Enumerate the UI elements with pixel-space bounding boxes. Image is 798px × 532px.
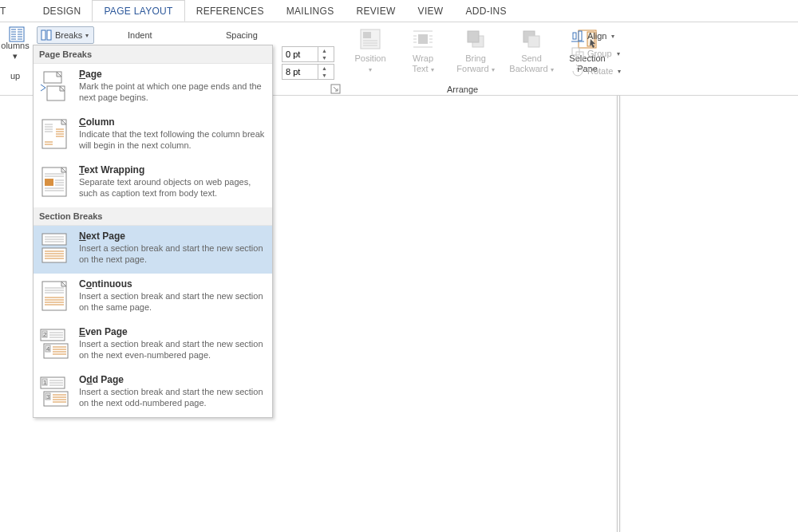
svg-rect-31 — [528, 36, 539, 47]
column-break-icon — [39, 116, 71, 153]
svg-rect-65 — [42, 248, 66, 262]
menu-item-desc: Insert a section break and start the new… — [79, 242, 267, 265]
align-label: Align — [587, 31, 606, 41]
chevron-down-icon: ▾ — [85, 32, 89, 39]
svg-rect-29 — [468, 31, 479, 42]
menu-item-odd-page[interactable]: 1 3 Odd Page Insert a section break and … — [34, 369, 272, 417]
bring-forward-label-2: Forward — [456, 64, 488, 73]
wrap-text-label-1: Wrap — [413, 53, 433, 63]
align-button[interactable]: Align ▾ — [568, 27, 624, 45]
columns-label-2: up — [0, 71, 30, 81]
rotate-icon — [571, 65, 584, 77]
menu-item-desc: Separate text around objects on web page… — [79, 176, 267, 199]
chevron-down-icon: ▾ — [611, 33, 614, 40]
svg-text:2: 2 — [43, 331, 47, 338]
rotate-label: Rotate — [587, 66, 613, 76]
group-icon — [571, 47, 584, 60]
indent-label: Indent — [128, 30, 152, 41]
rotate-button[interactable]: Rotate ▾ — [568, 62, 624, 80]
bring-forward-button[interactable]: BringForward ▾ — [453, 26, 498, 75]
spacing-before-spinner[interactable]: ▲▼ — [282, 46, 334, 62]
wrap-text-label-2: Text — [412, 64, 428, 73]
send-backward-button[interactable]: SendBackward ▾ — [506, 26, 557, 75]
menu-item-next-page[interactable]: Next Page Insert a section break and sta… — [34, 226, 272, 274]
menu-item-desc: Insert a section break and start the new… — [79, 290, 267, 313]
menu-item-desc: Mark the point at which one page ends an… — [79, 81, 267, 103]
page-break-icon — [39, 69, 71, 105]
bring-forward-label-1: Bring — [465, 53, 486, 63]
position-label: Position — [354, 53, 385, 63]
menu-item-continuous[interactable]: Continuous Insert a section break and st… — [34, 274, 272, 321]
svg-text:3: 3 — [46, 393, 50, 400]
menu-item-desc: Insert a section break and start the new… — [79, 338, 267, 361]
tab-page-layout[interactable]: PAGE LAYOUT — [92, 0, 184, 22]
arrange-group-label: Arrange — [447, 85, 478, 94]
spinner-up-icon[interactable]: ▲ — [318, 47, 330, 54]
text-wrapping-break-icon — [39, 164, 71, 201]
columns-icon — [9, 26, 22, 39]
bring-forward-icon — [463, 26, 488, 52]
spacing-controls: ▲▼ ▲▼ — [282, 46, 334, 81]
next-page-break-icon — [39, 231, 71, 267]
continuous-break-icon — [39, 278, 71, 315]
svg-rect-34 — [573, 33, 576, 39]
menu-item-even-page[interactable]: 2 4 Even Page Insert a section break and… — [34, 321, 272, 369]
breaks-button[interactable]: Breaks ▾ — [37, 26, 94, 44]
columns-caret: ▾ — [0, 51, 30, 61]
menu-item-text-wrapping[interactable]: Text Wrapping Separate text around objec… — [34, 160, 272, 207]
group-button[interactable]: Group ▾ — [568, 45, 624, 62]
columns-button[interactable]: olumns ▾ up — [0, 26, 30, 81]
tab-mailings[interactable]: MAILINGS — [275, 0, 346, 22]
tab-review[interactable]: REVIEW — [345, 0, 406, 22]
ribbon-tabs: T DESIGN PAGE LAYOUT REFERENCES MAILINGS… — [0, 0, 798, 22]
menu-item-column[interactable]: Column Indicate that the text following … — [34, 112, 272, 160]
send-backward-icon — [519, 26, 544, 52]
chevron-down-icon: ▾ — [618, 68, 621, 75]
tab-addins[interactable]: ADD-INS — [454, 0, 517, 22]
spinner-up-icon[interactable]: ▲ — [318, 65, 330, 72]
breaks-icon — [41, 30, 52, 41]
even-page-break-icon: 2 4 — [39, 326, 71, 363]
svg-rect-35 — [579, 31, 582, 41]
spacing-after-input[interactable] — [282, 67, 318, 77]
send-backward-label-1: Send — [521, 53, 542, 63]
svg-rect-11 — [41, 30, 45, 40]
menu-item-desc: Indicate that the text following the col… — [79, 128, 267, 151]
spinner-down-icon[interactable]: ▼ — [318, 72, 330, 79]
chevron-down-icon: ▾ — [617, 50, 620, 57]
columns-label-1: olumns — [0, 41, 30, 51]
tab-references[interactable]: REFERENCES — [185, 0, 275, 22]
group-label: Group — [587, 49, 612, 58]
section-breaks-header: Section Breaks — [34, 207, 272, 226]
wrap-text-icon — [410, 26, 436, 52]
odd-page-break-icon: 1 3 — [39, 374, 71, 411]
tab-design[interactable]: DESIGN — [13, 0, 93, 22]
page-gap — [617, 96, 620, 532]
svg-text:1: 1 — [43, 379, 47, 386]
menu-item-page[interactable]: Page Mark the point at which one page en… — [34, 64, 272, 112]
svg-text:4: 4 — [46, 345, 50, 353]
align-icon — [571, 30, 584, 42]
breaks-dropdown-menu: Page Breaks Page Mark the point at which… — [33, 45, 273, 418]
spacing-label: Spacing — [226, 30, 258, 41]
svg-rect-55 — [45, 179, 53, 186]
svg-rect-12 — [47, 30, 51, 40]
svg-rect-15 — [363, 32, 371, 38]
page-breaks-header: Page Breaks — [34, 45, 272, 64]
paragraph-dialog-launcher[interactable] — [331, 85, 342, 96]
menu-item-desc: Insert a section break and start the new… — [79, 386, 267, 408]
send-backward-label-2: Backward — [509, 64, 547, 73]
svg-rect-19 — [418, 34, 428, 44]
position-button[interactable]: Position▾ — [348, 26, 393, 75]
breaks-label: Breaks — [55, 30, 82, 40]
tab-partial[interactable]: T — [0, 0, 13, 22]
tab-view[interactable]: VIEW — [407, 0, 455, 22]
wrap-text-button[interactable]: WrapText ▾ — [401, 26, 445, 75]
spinner-down-icon[interactable]: ▼ — [318, 54, 330, 61]
position-icon — [358, 26, 383, 52]
spacing-before-input[interactable] — [282, 49, 318, 59]
spacing-after-spinner[interactable]: ▲▼ — [282, 64, 334, 80]
